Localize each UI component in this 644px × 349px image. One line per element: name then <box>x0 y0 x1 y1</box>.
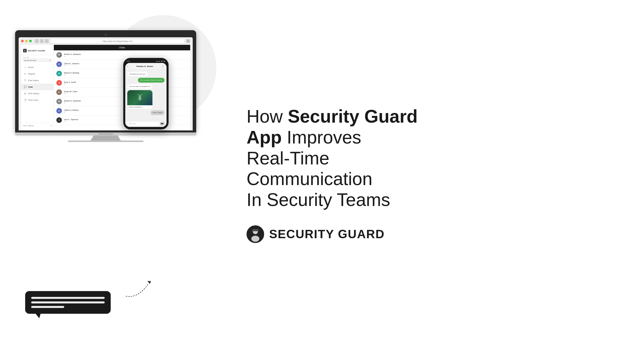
chat-list: R Robert S. Edwards Hi C <box>54 50 190 130</box>
laptop-body: ‹ › ⌂ https://app.securityguardapp.com ↻ <box>15 30 196 142</box>
post-site-label: Post Site <box>23 57 52 58</box>
laptop-notch <box>98 133 113 134</box>
svg-rect-11 <box>251 230 259 231</box>
maximize-button-traffic[interactable] <box>29 40 32 42</box>
chat-name-1: Robert S. Edwards <box>64 53 188 55</box>
chat-item-7[interactable]: C Clifton A. Becker Hi <box>54 106 190 116</box>
image-placeholder <box>127 90 152 105</box>
forward-btn[interactable]: › <box>40 39 44 43</box>
svg-point-1 <box>139 95 141 97</box>
deer-icon <box>136 94 144 101</box>
chat-preview-1: Hi <box>64 55 188 57</box>
post-orders-icon: ☐ <box>24 79 27 82</box>
avatar-5: K <box>56 89 62 95</box>
sidebar-item-chat[interactable]: 💬 Chat <box>21 84 54 90</box>
sidebar-navigation: ⌂ Home ≡ Reports ☐ Post Orders <box>21 64 54 103</box>
bubble-line-2 <box>31 301 105 303</box>
laptop-stand <box>91 135 121 141</box>
clock-icon: 🕐 <box>24 98 27 101</box>
chats-header: Chats <box>54 45 190 50</box>
chat-item-6[interactable]: R Robert S. Edwards Hi <box>54 97 190 106</box>
avatar-6: R <box>56 99 62 104</box>
nav-label-post-orders: Post Orders <box>28 79 39 82</box>
svg-point-9 <box>251 236 259 242</box>
more-options-icon[interactable]: ⋮ <box>162 64 165 68</box>
phone-screen: ‹ Pauline G. Stover ⋮ Hi Pauline how are… <box>125 63 167 127</box>
svg-line-5 <box>141 95 142 95</box>
avatar-7: C <box>56 108 62 114</box>
chat-item-8[interactable]: I Ivan C. Spencer Hi <box>54 116 190 125</box>
message-1: Hi Pauline how are you? <box>127 72 148 76</box>
logo-icon: 👮 <box>23 49 27 52</box>
brand-name: SECURITY GUARD <box>269 227 385 241</box>
message-2: I am very good, thanks for asking. <box>138 78 165 82</box>
avatar-1: R <box>56 52 62 58</box>
headline-improves: Improves <box>282 127 361 147</box>
headline-line4: Communication <box>247 168 614 189</box>
svg-line-4 <box>138 95 139 95</box>
chat-item-3[interactable]: E Eliana R. Bentley Hi <box>54 69 190 78</box>
home-nav-btn[interactable]: ⌂ <box>45 39 49 43</box>
phone-chat-header: ‹ Pauline G. Stover ⋮ <box>125 63 167 70</box>
laptop-device: ‹ › ⌂ https://app.securityguardapp.com ↻ <box>15 30 196 142</box>
sidebar-item-home[interactable]: ⌂ Home <box>21 64 54 71</box>
headline-line2: App Improves <box>247 127 614 148</box>
sidebar-user: Ivan C. Spencer ▾ <box>21 123 54 128</box>
refresh-btn[interactable]: ↻ <box>186 39 190 43</box>
avatar-3: E <box>56 71 62 76</box>
dashed-arrow <box>123 278 153 299</box>
svg-marker-6 <box>147 281 151 284</box>
url-bar[interactable]: https://app.securityguardapp.com <box>50 39 185 43</box>
headline: How Security Guard App Improves Real-Tim… <box>247 106 614 210</box>
message-image: Here is screenshot... <box>127 90 152 109</box>
dropdown-chevron: ▾ <box>50 59 50 61</box>
svg-point-0 <box>138 96 141 100</box>
headline-bold2: App <box>247 127 282 147</box>
left-section: ‹ › ⌂ https://app.securityguardapp.com ↻ <box>0 0 226 349</box>
chat-item-5[interactable]: K Karyn W. Clark Hi <box>54 88 190 97</box>
laptop-base <box>68 141 143 142</box>
url-text: https://app.securityguardapp.com <box>103 40 132 42</box>
phone-status-bar: 9:41 ▲▲▲ WiFi ■ <box>125 60 167 63</box>
post-site-selector[interactable]: Post Site My Test Post Site ▾ <box>23 57 52 62</box>
headline-line5: In Security Teams <box>247 189 614 210</box>
post-site-value[interactable]: My Test Post Site ▾ <box>23 59 52 62</box>
headline-bold1: Security Guard <box>288 106 418 126</box>
chat-item-2[interactable]: C Clara G. Jackson Hi <box>54 60 190 69</box>
back-btn[interactable]: ‹ <box>35 39 39 43</box>
sidebar-item-gps[interactable]: ◎ GPS History <box>21 90 54 97</box>
user-chevron: ▾ <box>51 125 52 126</box>
message-4: Great. Thanks! <box>150 110 165 115</box>
send-button[interactable]: ▶▶ <box>160 122 165 125</box>
chat-item-1[interactable]: R Robert S. Edwards Hi <box>54 50 190 60</box>
chat-bubble-illustration <box>25 291 111 319</box>
phone-message-input[interactable]: Type Here <box>127 122 159 125</box>
bubble-line-3 <box>31 306 64 308</box>
chat-main-area: Chats R Robert S. Edwards Hi <box>54 45 190 130</box>
phone-signal: ▲▲▲ WiFi ■ <box>156 60 165 62</box>
brand-avatar-icon <box>247 226 263 242</box>
chat-item-4[interactable]: A Amy S. Smith Hi <box>54 78 190 88</box>
nav-label-reports: Reports <box>28 73 35 75</box>
close-button-traffic[interactable] <box>21 40 24 42</box>
phone-body: 9:41 ▲▲▲ WiFi ■ ‹ Pauline G. Stover ⋮ Hi… <box>123 58 169 129</box>
message-3: Can you show me progress sir? <box>127 84 152 89</box>
sidebar-item-post-orders[interactable]: ☐ Post Orders <box>21 77 54 84</box>
back-arrow-icon[interactable]: ‹ <box>127 65 128 68</box>
phone-input-bar: Type Here ▶▶ <box>125 120 167 127</box>
sidebar-item-timeclock[interactable]: 🕐 Time Clock <box>21 97 54 103</box>
nav-label-home: Home <box>28 66 33 68</box>
laptop-bezel: ‹ › ⌂ https://app.securityguardapp.com ↻ <box>15 30 196 132</box>
minimize-button-traffic[interactable] <box>25 40 28 42</box>
chat-icon: 💬 <box>24 85 27 88</box>
avatar-2: C <box>56 61 62 67</box>
input-placeholder: Type Here <box>129 123 136 124</box>
sidebar-logo: 👮 SECURITY GUARD <box>21 47 54 55</box>
nav-label-chat: Chat <box>28 86 33 88</box>
laptop-bottom-bar <box>15 132 196 135</box>
sidebar-item-reports[interactable]: ≡ Reports <box>21 71 54 77</box>
brand-footer: SECURITY GUARD <box>247 225 614 243</box>
phone-messages: Hi Pauline how are you? I am very good, … <box>125 70 167 120</box>
avatar-8: I <box>56 117 62 123</box>
phone-contact-name: Pauline G. Stover <box>130 65 160 67</box>
